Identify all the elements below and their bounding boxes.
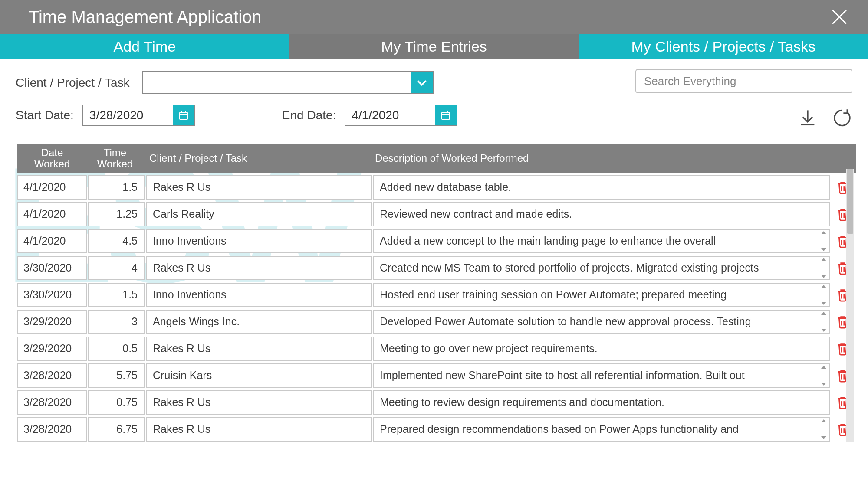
chevron-down-icon xyxy=(416,77,428,89)
action-buttons xyxy=(797,107,852,129)
refresh-icon xyxy=(832,108,851,128)
refresh-button[interactable] xyxy=(831,107,852,129)
cpt-label: Client / Project / Task xyxy=(16,76,129,90)
cell-description[interactable]: Meeting to review design requirements an… xyxy=(373,390,830,415)
tab-add-time[interactable]: Add Time xyxy=(0,34,289,59)
filters-panel: Client / Project / Task Start Date: 3/28… xyxy=(0,59,868,131)
cell-scroll-indicator[interactable] xyxy=(820,285,828,305)
header-time-worked: TimeWorked xyxy=(87,144,143,173)
download-button[interactable] xyxy=(797,107,819,129)
nav-tabs: Add Time My Time Entries My Clients / Pr… xyxy=(0,34,868,59)
cell-time-worked[interactable]: 1.25 xyxy=(88,202,145,226)
download-icon xyxy=(798,108,817,128)
cpt-selected-value xyxy=(143,72,411,93)
cell-client-project-task[interactable]: Rakes R Us xyxy=(146,175,372,200)
close-button[interactable] xyxy=(828,6,851,28)
cell-description[interactable]: Created new MS Team to stored portfolio … xyxy=(373,256,830,280)
cell-date-worked[interactable]: 4/1/2020 xyxy=(17,175,87,200)
cpt-dropdown-caret[interactable] xyxy=(411,72,433,93)
cell-scroll-indicator[interactable] xyxy=(820,366,828,386)
title-bar: Time Management Application xyxy=(0,0,868,34)
cell-time-worked[interactable]: 5.75 xyxy=(88,363,145,388)
cell-client-project-task[interactable]: Carls Reality xyxy=(146,202,372,226)
cell-time-worked[interactable]: 3 xyxy=(88,310,145,334)
cell-client-project-task[interactable]: Angels Wings Inc. xyxy=(146,310,372,334)
cell-time-worked[interactable]: 1.5 xyxy=(88,175,145,200)
time-entries-grid: DateWorked TimeWorked Client / Project /… xyxy=(17,144,856,442)
cell-scroll-indicator[interactable] xyxy=(820,231,828,251)
table-row[interactable]: 4/1/20201.25Carls RealityReviewed new co… xyxy=(17,202,856,226)
header-description: Description of Worked Performed xyxy=(369,144,825,173)
table-row[interactable]: 3/28/20205.75Cruisin KarsImplemented new… xyxy=(17,363,856,388)
search-input[interactable] xyxy=(635,69,852,93)
cell-time-worked[interactable]: 0.5 xyxy=(88,337,145,361)
cell-description[interactable]: Meeting to go over new project requireme… xyxy=(373,337,830,361)
start-date-value: 3/28/2020 xyxy=(83,105,173,125)
table-row[interactable]: 3/30/20204Rakes R UsCreated new MS Team … xyxy=(17,256,856,280)
cell-time-worked[interactable]: 4 xyxy=(88,256,145,280)
cell-date-worked[interactable]: 3/30/2020 xyxy=(17,283,87,307)
cell-date-worked[interactable]: 3/29/2020 xyxy=(17,337,87,361)
cell-date-worked[interactable]: 3/28/2020 xyxy=(17,390,87,415)
start-date-calendar-button[interactable] xyxy=(173,105,194,125)
calendar-icon xyxy=(441,110,451,121)
cell-description[interactable]: Prepared design recommendations based on… xyxy=(373,417,830,442)
cell-time-worked[interactable]: 1.5 xyxy=(88,283,145,307)
cell-scroll-indicator[interactable] xyxy=(820,419,828,439)
cell-description[interactable]: Implemented new SharePoint site to host … xyxy=(373,363,830,388)
cell-client-project-task[interactable]: Rakes R Us xyxy=(146,417,372,442)
calendar-icon xyxy=(178,110,189,121)
cpt-dropdown[interactable] xyxy=(142,71,434,94)
cell-client-project-task[interactable]: Rakes R Us xyxy=(146,390,372,415)
close-icon xyxy=(830,8,848,26)
cell-date-worked[interactable]: 4/1/2020 xyxy=(17,229,87,253)
vertical-scrollbar[interactable] xyxy=(846,169,854,442)
tab-my-clients-projects-tasks[interactable]: My Clients / Projects / Tasks xyxy=(579,34,868,59)
cell-client-project-task[interactable]: Rakes R Us xyxy=(146,337,372,361)
table-row[interactable]: 3/29/20203Angels Wings Inc.Developed Pow… xyxy=(17,310,856,334)
cell-description[interactable]: Added a new concept to the main landing … xyxy=(373,229,830,253)
cell-time-worked[interactable]: 0.75 xyxy=(88,390,145,415)
tab-my-time-entries[interactable]: My Time Entries xyxy=(289,34,579,59)
scrollbar-thumb[interactable] xyxy=(847,169,853,234)
table-row[interactable]: 4/1/20201.5Rakes R UsAdded new database … xyxy=(17,175,856,200)
start-date-label: Start Date: xyxy=(16,108,74,122)
end-date-input[interactable]: 4/1/2020 xyxy=(345,105,457,126)
cell-time-worked[interactable]: 6.75 xyxy=(88,417,145,442)
cell-date-worked[interactable]: 4/1/2020 xyxy=(17,202,87,226)
header-client-project-task: Client / Project / Task xyxy=(143,144,369,173)
end-date-calendar-button[interactable] xyxy=(435,105,457,125)
table-row[interactable]: 3/29/20200.5Rakes R UsMeeting to go over… xyxy=(17,337,856,361)
start-date-input[interactable]: 3/28/2020 xyxy=(82,105,195,126)
cell-time-worked[interactable]: 4.5 xyxy=(88,229,145,253)
cell-description[interactable]: Hosted end user training session on Powe… xyxy=(373,283,830,307)
cell-date-worked[interactable]: 3/29/2020 xyxy=(17,310,87,334)
cell-client-project-task[interactable]: Rakes R Us xyxy=(146,256,372,280)
cell-description[interactable]: Added new database table. xyxy=(373,175,830,200)
cell-client-project-task[interactable]: Inno Inventions xyxy=(146,283,372,307)
cell-description[interactable]: Reviewed new contract and made edits. xyxy=(373,202,830,226)
cell-date-worked[interactable]: 3/28/2020 xyxy=(17,363,87,388)
table-row[interactable]: 3/28/20206.75Rakes R UsPrepared design r… xyxy=(17,417,856,442)
table-row[interactable]: 3/28/20200.75Rakes R UsMeeting to review… xyxy=(17,390,856,415)
table-header: DateWorked TimeWorked Client / Project /… xyxy=(17,144,856,173)
app-title: Time Management Application xyxy=(29,7,262,27)
cell-scroll-indicator[interactable] xyxy=(820,312,828,332)
cell-date-worked[interactable]: 3/28/2020 xyxy=(17,417,87,442)
end-date-label: End Date: xyxy=(282,108,336,122)
table-row[interactable]: 4/1/20204.5Inno InventionsAdded a new co… xyxy=(17,229,856,253)
cell-scroll-indicator[interactable] xyxy=(820,258,828,278)
header-date-worked: DateWorked xyxy=(17,144,87,173)
cell-client-project-task[interactable]: Inno Inventions xyxy=(146,229,372,253)
svg-rect-6 xyxy=(442,112,450,119)
end-date-value: 4/1/2020 xyxy=(345,105,435,125)
cell-client-project-task[interactable]: Cruisin Kars xyxy=(146,363,372,388)
table-row[interactable]: 3/30/20201.5Inno InventionsHosted end us… xyxy=(17,283,856,307)
cell-date-worked[interactable]: 3/30/2020 xyxy=(17,256,87,280)
cell-description[interactable]: Developed Power Automate solution to han… xyxy=(373,310,830,334)
svg-rect-2 xyxy=(180,112,187,119)
